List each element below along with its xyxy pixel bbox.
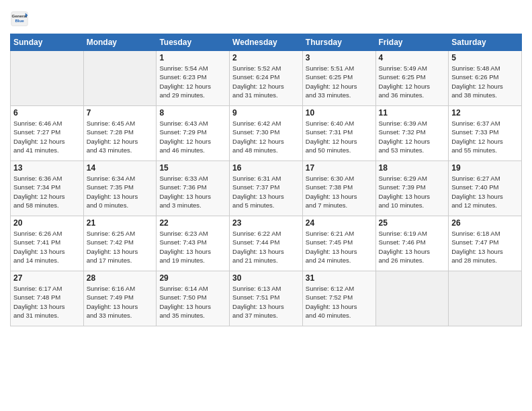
week-row-1: 1Sunrise: 5:54 AM Sunset: 6:23 PM Daylig…	[11, 51, 522, 106]
day-cell: 12Sunrise: 6:37 AM Sunset: 7:33 PM Dayli…	[449, 106, 522, 161]
day-cell: 25Sunrise: 6:19 AM Sunset: 7:46 PM Dayli…	[375, 216, 449, 271]
day-info: Sunrise: 5:49 AM Sunset: 6:25 PM Dayligh…	[379, 64, 446, 99]
day-header-thursday: Thursday	[302, 34, 375, 51]
day-cell: 9Sunrise: 6:42 AM Sunset: 7:30 PM Daylig…	[230, 106, 303, 161]
day-info: Sunrise: 5:54 AM Sunset: 6:23 PM Dayligh…	[159, 64, 226, 99]
calendar-body: 1Sunrise: 5:54 AM Sunset: 6:23 PM Daylig…	[11, 51, 522, 326]
day-number: 1	[159, 53, 226, 62]
day-cell: 15Sunrise: 6:33 AM Sunset: 7:36 PM Dayli…	[157, 161, 230, 216]
calendar-container: General Blue SundayMondayTuesdayWednesda…	[0, 0, 532, 333]
day-number: 23	[232, 218, 300, 228]
day-number: 22	[159, 218, 226, 228]
day-info: Sunrise: 6:16 AM Sunset: 7:49 PM Dayligh…	[87, 284, 154, 320]
day-cell: 13Sunrise: 6:36 AM Sunset: 7:34 PM Dayli…	[11, 161, 84, 216]
day-cell: 30Sunrise: 6:13 AM Sunset: 7:51 PM Dayli…	[230, 271, 303, 326]
day-header-monday: Monday	[83, 34, 157, 51]
week-row-2: 6Sunrise: 6:46 AM Sunset: 7:27 PM Daylig…	[11, 106, 522, 161]
day-cell: 22Sunrise: 6:23 AM Sunset: 7:43 PM Dayli…	[157, 216, 230, 271]
day-header-friday: Friday	[375, 34, 449, 51]
day-number: 25	[379, 218, 446, 228]
day-cell: 11Sunrise: 6:39 AM Sunset: 7:32 PM Dayli…	[375, 106, 449, 161]
day-cell: 16Sunrise: 6:31 AM Sunset: 7:37 PM Dayli…	[230, 161, 303, 216]
day-cell: 26Sunrise: 6:18 AM Sunset: 7:47 PM Dayli…	[449, 216, 522, 271]
day-cell: 8Sunrise: 6:43 AM Sunset: 7:29 PM Daylig…	[157, 106, 230, 161]
day-number: 16	[232, 163, 300, 173]
day-info: Sunrise: 6:45 AM Sunset: 7:28 PM Dayligh…	[87, 119, 154, 154]
calendar-table: SundayMondayTuesdayWednesdayThursdayFrid…	[10, 34, 522, 326]
day-header-sunday: Sunday	[11, 34, 84, 51]
day-info: Sunrise: 5:48 AM Sunset: 6:26 PM Dayligh…	[451, 64, 519, 99]
day-number: 24	[306, 218, 373, 228]
day-info: Sunrise: 6:22 AM Sunset: 7:44 PM Dayligh…	[232, 229, 300, 265]
day-cell: 29Sunrise: 6:14 AM Sunset: 7:50 PM Dayli…	[157, 271, 230, 326]
day-number: 10	[306, 108, 373, 118]
day-info: Sunrise: 6:12 AM Sunset: 7:52 PM Dayligh…	[306, 284, 373, 320]
day-number: 29	[159, 273, 226, 283]
day-number: 4	[379, 53, 446, 62]
day-cell	[375, 271, 449, 326]
day-cell: 19Sunrise: 6:27 AM Sunset: 7:40 PM Dayli…	[449, 161, 522, 216]
day-number: 27	[13, 273, 81, 283]
day-number: 14	[87, 163, 154, 173]
day-cell: 14Sunrise: 6:34 AM Sunset: 7:35 PM Dayli…	[83, 161, 157, 216]
week-row-4: 20Sunrise: 6:26 AM Sunset: 7:41 PM Dayli…	[11, 216, 522, 271]
day-number: 7	[87, 108, 154, 118]
day-cell: 2Sunrise: 5:52 AM Sunset: 6:24 PM Daylig…	[230, 51, 303, 106]
day-number: 21	[87, 218, 154, 228]
logo-icon: General Blue	[10, 9, 29, 28]
day-number: 18	[379, 163, 446, 173]
day-cell	[449, 271, 522, 326]
day-info: Sunrise: 6:42 AM Sunset: 7:30 PM Dayligh…	[232, 119, 300, 154]
svg-text:General: General	[12, 13, 28, 18]
day-info: Sunrise: 6:46 AM Sunset: 7:27 PM Dayligh…	[13, 119, 81, 154]
day-number: 20	[13, 218, 81, 228]
day-cell: 7Sunrise: 6:45 AM Sunset: 7:28 PM Daylig…	[83, 106, 157, 161]
day-info: Sunrise: 6:14 AM Sunset: 7:50 PM Dayligh…	[159, 284, 226, 320]
day-cell	[83, 51, 157, 106]
day-info: Sunrise: 6:33 AM Sunset: 7:36 PM Dayligh…	[159, 174, 226, 210]
day-number: 12	[451, 108, 519, 118]
day-info: Sunrise: 6:43 AM Sunset: 7:29 PM Dayligh…	[159, 119, 226, 154]
day-cell: 4Sunrise: 5:49 AM Sunset: 6:25 PM Daylig…	[375, 51, 449, 106]
day-info: Sunrise: 5:52 AM Sunset: 6:24 PM Dayligh…	[232, 64, 300, 99]
day-cell: 18Sunrise: 6:29 AM Sunset: 7:39 PM Dayli…	[375, 161, 449, 216]
svg-text:Blue: Blue	[15, 18, 24, 23]
day-number: 11	[379, 108, 446, 118]
week-row-3: 13Sunrise: 6:36 AM Sunset: 7:34 PM Dayli…	[11, 161, 522, 216]
day-info: Sunrise: 6:26 AM Sunset: 7:41 PM Dayligh…	[13, 229, 81, 265]
day-cell: 20Sunrise: 6:26 AM Sunset: 7:41 PM Dayli…	[11, 216, 84, 271]
day-cell	[11, 51, 84, 106]
day-cell: 5Sunrise: 5:48 AM Sunset: 6:26 PM Daylig…	[449, 51, 522, 106]
day-info: Sunrise: 6:29 AM Sunset: 7:39 PM Dayligh…	[379, 174, 446, 210]
logo: General Blue	[10, 9, 30, 28]
day-header-saturday: Saturday	[449, 34, 522, 51]
day-info: Sunrise: 6:39 AM Sunset: 7:32 PM Dayligh…	[379, 119, 446, 154]
day-info: Sunrise: 6:31 AM Sunset: 7:37 PM Dayligh…	[232, 174, 300, 210]
day-cell: 17Sunrise: 6:30 AM Sunset: 7:38 PM Dayli…	[302, 161, 375, 216]
day-number: 31	[306, 273, 373, 283]
day-info: Sunrise: 6:17 AM Sunset: 7:48 PM Dayligh…	[13, 284, 81, 320]
day-cell: 3Sunrise: 5:51 AM Sunset: 6:25 PM Daylig…	[302, 51, 375, 106]
day-number: 30	[232, 273, 300, 283]
day-cell: 24Sunrise: 6:21 AM Sunset: 7:45 PM Dayli…	[302, 216, 375, 271]
day-header-tuesday: Tuesday	[157, 34, 230, 51]
day-number: 26	[451, 218, 519, 228]
header: General Blue	[10, 7, 522, 28]
day-cell: 28Sunrise: 6:16 AM Sunset: 7:49 PM Dayli…	[83, 271, 157, 326]
day-info: Sunrise: 6:25 AM Sunset: 7:42 PM Dayligh…	[87, 229, 154, 265]
day-info: Sunrise: 6:34 AM Sunset: 7:35 PM Dayligh…	[87, 174, 154, 210]
day-cell: 31Sunrise: 6:12 AM Sunset: 7:52 PM Dayli…	[302, 271, 375, 326]
day-info: Sunrise: 6:13 AM Sunset: 7:51 PM Dayligh…	[232, 284, 300, 320]
day-info: Sunrise: 6:30 AM Sunset: 7:38 PM Dayligh…	[306, 174, 373, 210]
day-number: 6	[13, 108, 81, 118]
day-info: Sunrise: 6:37 AM Sunset: 7:33 PM Dayligh…	[451, 119, 519, 154]
day-info: Sunrise: 6:36 AM Sunset: 7:34 PM Dayligh…	[13, 174, 81, 210]
day-cell: 23Sunrise: 6:22 AM Sunset: 7:44 PM Dayli…	[230, 216, 303, 271]
day-info: Sunrise: 5:51 AM Sunset: 6:25 PM Dayligh…	[306, 64, 373, 99]
day-info: Sunrise: 6:40 AM Sunset: 7:31 PM Dayligh…	[306, 119, 373, 154]
calendar-header-row: SundayMondayTuesdayWednesdayThursdayFrid…	[11, 34, 522, 51]
day-cell: 21Sunrise: 6:25 AM Sunset: 7:42 PM Dayli…	[83, 216, 157, 271]
day-cell: 27Sunrise: 6:17 AM Sunset: 7:48 PM Dayli…	[11, 271, 84, 326]
day-number: 8	[159, 108, 226, 118]
day-number: 19	[451, 163, 519, 173]
